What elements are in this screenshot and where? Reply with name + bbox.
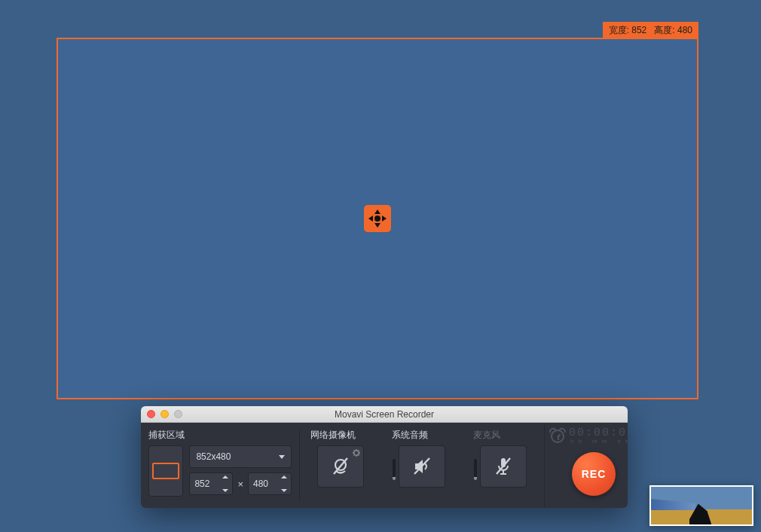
step-down-icon[interactable] [222, 489, 228, 492]
times-separator: × [237, 478, 243, 490]
timer-units: hh mm ss [570, 439, 628, 445]
move-handle[interactable] [364, 205, 391, 232]
width-label: 宽度 [609, 25, 627, 35]
select-region-button[interactable] [148, 445, 183, 497]
svg-marker-3 [382, 216, 387, 222]
resolution-preset-value: 852x480 [196, 451, 231, 462]
system-audio-label: 系统音频 [389, 429, 455, 441]
window-close-button[interactable] [147, 410, 155, 418]
window-minimize-button[interactable] [160, 410, 169, 418]
timer-digits: 00:00:00 [569, 427, 628, 439]
height-input[interactable]: 480 [248, 472, 292, 495]
height-stepper[interactable] [281, 475, 289, 492]
gear-icon[interactable] [353, 449, 360, 457]
step-up-icon[interactable] [281, 475, 287, 478]
width-value: 852 [631, 25, 646, 35]
capture-region[interactable]: 宽度: 852 高度: 480 [57, 38, 698, 399]
webcam-section: 网络摄像机 [300, 423, 381, 508]
region-icon [152, 463, 179, 479]
system-audio-section: 系统音频 [381, 423, 463, 508]
capture-area-label: 捕获区域 [148, 429, 292, 441]
recorder-panel: Movavi Screen Recorder 捕获区域 852x480 852 [141, 406, 628, 508]
webcam-toggle[interactable] [317, 445, 364, 488]
alarm-clock-icon [551, 430, 564, 443]
schedule-timer[interactable]: 00:00:00 hh mm ss [551, 427, 628, 445]
svg-point-4 [374, 216, 380, 222]
window-zoom-button[interactable] [174, 410, 182, 418]
window-titlebar[interactable]: Movavi Screen Recorder [141, 406, 628, 423]
svg-line-14 [358, 451, 359, 452]
svg-line-12 [354, 451, 356, 452]
microphone-level[interactable] [474, 459, 477, 480]
microphone-section: 麦克风 [463, 423, 544, 508]
window-controls [147, 410, 182, 418]
panel-body: 捕获区域 852x480 852 [141, 423, 628, 508]
preview-image [651, 487, 752, 524]
record-section: 00:00:00 hh mm ss REC [544, 423, 628, 508]
capture-dimensions-badge: 宽度: 852 高度: 480 [603, 22, 698, 39]
webcam-off-icon [329, 455, 352, 478]
svg-marker-0 [374, 209, 380, 214]
preview-thumbnail[interactable] [649, 485, 753, 526]
height-label: 高度 [654, 25, 672, 35]
webcam-label: 网络摄像机 [307, 429, 374, 441]
record-button-label: REC [582, 468, 607, 480]
svg-marker-1 [374, 223, 380, 228]
microphone-toggle[interactable] [480, 445, 527, 488]
chevron-down-icon [279, 455, 285, 459]
move-icon [368, 209, 387, 228]
height-input-value: 480 [253, 478, 268, 489]
record-button[interactable]: REC [572, 452, 616, 496]
svg-line-13 [358, 454, 359, 456]
width-stepper[interactable] [222, 475, 230, 492]
svg-line-15 [354, 454, 356, 456]
capture-area-section: 捕获区域 852x480 852 [141, 423, 299, 508]
width-input[interactable]: 852 [189, 472, 233, 495]
microphone-label: 麦克风 [470, 429, 536, 441]
system-audio-toggle[interactable] [399, 445, 445, 488]
svg-marker-2 [368, 216, 373, 222]
window-title: Movavi Screen Recorder [335, 409, 434, 420]
resolution-preset-dropdown[interactable]: 852x480 [189, 445, 292, 468]
step-down-icon[interactable] [281, 489, 287, 492]
height-value: 480 [677, 25, 692, 35]
width-input-value: 852 [194, 478, 209, 489]
step-up-icon[interactable] [222, 475, 228, 478]
system-audio-level[interactable] [393, 459, 396, 480]
speaker-off-icon [411, 455, 433, 478]
microphone-off-icon [492, 455, 515, 478]
